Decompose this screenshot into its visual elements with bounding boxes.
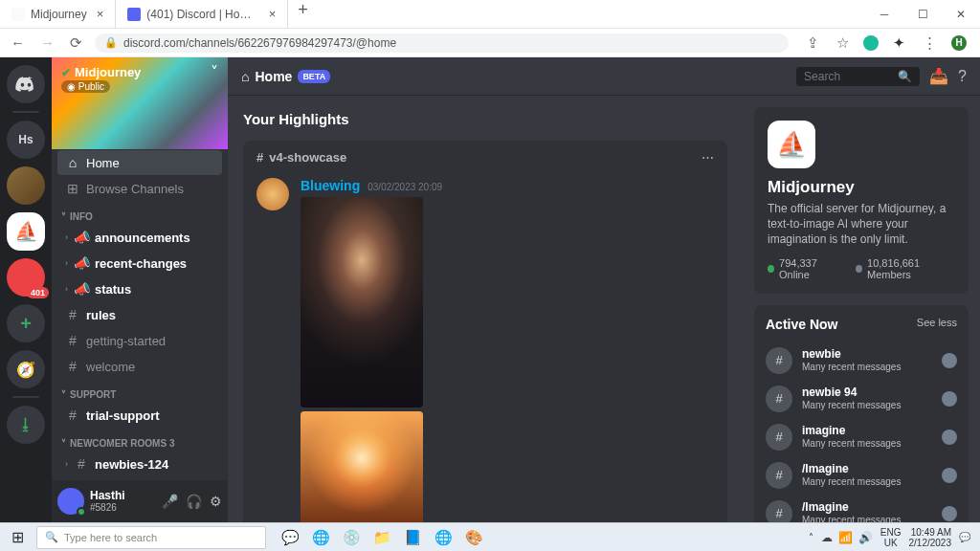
channel-list[interactable]: ⌂Home ⊞Browse Channels ˅INFO ›📣announcem… <box>52 149 228 480</box>
system-tray: ˄ ☁ 📶 🔊 ENG UK 10:49 AM 2/12/2023 💬 <box>809 527 976 548</box>
mute-icon[interactable]: 🎤 <box>162 494 178 509</box>
extension-icon[interactable] <box>863 35 879 51</box>
lock-icon: 🔒 <box>104 36 118 49</box>
right-sidebar[interactable]: ⛵ Midjourney The official server for Mid… <box>743 96 980 522</box>
message-image[interactable] <box>301 411 423 522</box>
new-tab-button[interactable]: + <box>288 0 318 28</box>
back-button[interactable]: ← <box>8 34 28 51</box>
bookmark-icon[interactable]: ☆ <box>834 34 852 52</box>
channel-item[interactable]: #getting-started <box>57 328 222 353</box>
message-avatar[interactable] <box>256 178 289 210</box>
feed[interactable]: Your Highlights #v4-showcase ⋯ Bluewing … <box>228 96 743 522</box>
server-header[interactable]: ✔Midjourney ˅ ◉ Public <box>52 57 228 149</box>
server-button[interactable] <box>7 166 45 205</box>
category-header[interactable]: ˅SUPPORT <box>57 380 222 402</box>
hash-icon: # <box>766 462 792 489</box>
chevron-up-icon[interactable]: ˄ <box>809 532 813 542</box>
chevron-icon: › <box>65 459 68 469</box>
explore-button[interactable]: 🧭 <box>7 350 45 388</box>
chevron-down-icon[interactable]: ˅ <box>211 63 218 81</box>
close-icon[interactable]: × <box>269 7 277 21</box>
category-header[interactable]: ˅NEWCOMER ROOMS 3 <box>57 429 222 451</box>
channel-item[interactable]: ›📣announcements <box>57 225 222 250</box>
search-input[interactable]: Search 🔍 <box>796 67 920 86</box>
forward-button[interactable]: → <box>37 34 57 51</box>
deafen-icon[interactable]: 🎧 <box>186 494 202 509</box>
channel-item[interactable]: #rules <box>57 302 222 327</box>
taskbar-app-icon[interactable]: 📘 <box>398 525 427 550</box>
taskbar-search[interactable]: 🔍 Type here to search <box>36 526 266 549</box>
server-button[interactable]: 401 <box>7 258 45 297</box>
maximize-button[interactable]: ☐ <box>903 0 942 29</box>
chevron-down-icon: ˅ <box>61 389 66 400</box>
taskbar-app-icon[interactable]: 💬 <box>276 525 304 550</box>
channel-item[interactable]: ›#newbies-124 <box>57 452 222 476</box>
browser-address-bar: ← → ⟳ 🔒 discord.com/channels/66226797698… <box>0 29 980 57</box>
start-button[interactable]: ⊞ <box>4 525 31 550</box>
see-less-link[interactable]: See less <box>917 317 957 332</box>
minimize-button[interactable]: ─ <box>865 0 903 29</box>
message-image[interactable] <box>301 197 423 408</box>
taskbar-app-icon[interactable]: 🌐 <box>429 525 457 550</box>
taskbar-app-icon[interactable]: 💿 <box>337 525 366 550</box>
inbox-icon[interactable]: 📥 <box>929 67 948 85</box>
dm-button[interactable] <box>7 65 45 103</box>
share-icon[interactable]: ⇪ <box>804 34 822 52</box>
language-indicator[interactable]: ENG UK <box>880 527 902 548</box>
channel-label: rules <box>86 308 116 322</box>
tab-title: Midjourney <box>31 8 87 21</box>
search-placeholder: Type here to search <box>64 532 157 543</box>
taskbar-app-icon[interactable]: 📁 <box>368 525 396 550</box>
channel-label: welcome <box>86 360 135 374</box>
profile-avatar[interactable]: H <box>951 35 967 51</box>
active-item[interactable]: #imagineMany recent messages <box>766 418 957 456</box>
server-button[interactable]: Hs <box>7 121 45 159</box>
more-icon[interactable]: ⋯ <box>702 150 714 165</box>
menu-icon[interactable]: ⋮ <box>920 34 940 52</box>
close-button[interactable]: ✕ <box>942 0 980 29</box>
main-header: ⌂ Home BETA Search 🔍 📥 ? <box>228 57 980 96</box>
gear-icon[interactable]: ⚙ <box>210 494 222 509</box>
url-text: discord.com/channels/662267976984297473/… <box>123 36 396 50</box>
add-server-button[interactable]: + <box>7 304 45 342</box>
browser-tab[interactable]: Midjourney × <box>0 0 116 28</box>
close-icon[interactable]: × <box>97 7 104 21</box>
extensions-icon[interactable]: ✦ <box>890 34 908 52</box>
help-icon[interactable]: ? <box>958 68 967 85</box>
windows-taskbar: ⊞ 🔍 Type here to search 💬 🌐 💿 📁 📘 🌐 🎨 ˄ … <box>0 522 980 551</box>
active-item[interactable]: #newbie 94Many recent messages <box>766 380 957 418</box>
tray-icon[interactable]: 🔊 <box>858 531 873 544</box>
channel-home[interactable]: ⌂Home <box>57 150 222 175</box>
channel-item[interactable]: #welcome <box>57 354 222 379</box>
download-button[interactable]: ⭳ <box>7 406 45 444</box>
channel-item[interactable]: ›📣status <box>57 276 222 301</box>
active-item[interactable]: #newbieMany recent messages <box>766 342 957 380</box>
active-item[interactable]: #/ImagineMany recent messages <box>766 456 957 495</box>
user-avatar[interactable] <box>57 488 84 515</box>
separator <box>12 111 39 113</box>
reload-button[interactable]: ⟳ <box>67 34 85 52</box>
notifications-icon[interactable]: 💬 <box>959 532 970 542</box>
user-tag: #5826 <box>90 502 156 513</box>
taskbar-app-icon[interactable]: 🎨 <box>459 525 488 550</box>
tray-icon[interactable]: 📶 <box>838 531 853 544</box>
category-header[interactable]: ˅INFO <box>57 202 222 224</box>
active-item[interactable]: #/ImagineMany recent messages <box>766 495 957 522</box>
hash-icon: # <box>766 347 792 374</box>
channel-item[interactable]: ›📣recent-changes <box>57 251 222 276</box>
channel-label: recent-changes <box>95 256 187 271</box>
avatar-icon <box>942 468 957 483</box>
user-panel: Hasthi #5826 🎤 🎧 ⚙ <box>52 480 228 522</box>
channel-browse[interactable]: ⊞Browse Channels <box>57 176 222 201</box>
tray-icon[interactable]: ☁ <box>821 531 833 544</box>
clock[interactable]: 10:49 AM 2/12/2023 <box>909 527 952 548</box>
server-button-active[interactable]: ⛵ <box>7 212 45 251</box>
card-header[interactable]: #v4-showcase ⋯ <box>243 141 727 174</box>
taskbar-app-icon[interactable]: 🌐 <box>306 525 335 550</box>
message-author[interactable]: Bluewing <box>301 178 360 193</box>
url-field[interactable]: 🔒 discord.com/channels/66226797698429747… <box>95 33 789 53</box>
hash-icon: # <box>65 408 80 423</box>
user-info[interactable]: Hasthi #5826 <box>90 490 156 513</box>
channel-item[interactable]: #trial-support <box>57 403 222 428</box>
browser-tab-active[interactable]: (401) Discord | Home – Midjou… × <box>116 0 288 28</box>
